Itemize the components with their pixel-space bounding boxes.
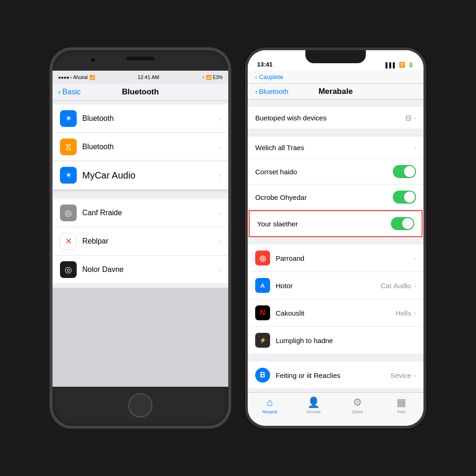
chevron-icon-2: ›: [218, 143, 221, 151]
back-button-right[interactable]: ‹ Bluetooth: [255, 87, 288, 95]
left-phone: ●●●●○ Ahuiral 📶 12:41 AM ↑ 📶 E3% ‹ Basic…: [50, 47, 231, 429]
left-nav-bar: ‹ Basic Bluetooth: [53, 84, 228, 101]
ocrobe-toggle[interactable]: [393, 191, 416, 204]
cakouslit-chevron: ›: [414, 310, 416, 317]
nav-title-right: Merabale: [318, 87, 353, 96]
gap-apps: [248, 237, 423, 245]
row-nolor-davne[interactable]: ◎ Nolor Davne ›: [53, 256, 228, 284]
canf-label: Canf Rraide: [82, 209, 218, 217]
row-bluetooth-2[interactable]: ⧖ Bluetooth ›: [53, 133, 228, 161]
feiting-chevron: ›: [414, 372, 416, 379]
row-reblpar[interactable]: ✕ Reblpar ›: [53, 227, 228, 256]
row-your-slaether[interactable]: Your slaether: [249, 210, 423, 237]
back-label-left: Basic: [62, 88, 80, 96]
status-icons-right: ▌▌▌ 🛜 🔋: [386, 62, 414, 68]
time-right: 13:41: [257, 61, 272, 68]
feiting-icon: B: [255, 368, 270, 383]
row-parroand[interactable]: ◎ Parroand ›: [248, 245, 423, 272]
gap-top: [248, 99, 423, 107]
row-ocrobe[interactable]: Ocrobe Ohyedar: [248, 185, 423, 210]
tab-mounte[interactable]: 👤 Mounte: [292, 397, 336, 414]
wifi-icon-right: 🛜: [399, 62, 405, 68]
tab-pain[interactable]: ▦ Pain: [380, 397, 424, 414]
ocrobe-label: Ocrobe Ohyedar: [255, 193, 393, 201]
row-cakouslit[interactable]: N Cakouslit Hells ›: [248, 299, 423, 327]
chevron-icon-5: ›: [218, 238, 221, 245]
hotor-chevron: ›: [414, 282, 416, 289]
row-corrset[interactable]: Corrset haido: [248, 159, 423, 185]
battery-info: ↑ 📶 E3%: [202, 75, 223, 80]
settings-section-left: ✶ Bluetooth › ⧖ Bluetooth › ✶ MyCar Audi…: [53, 101, 228, 288]
home-button[interactable]: [128, 393, 152, 417]
mycar-icon: ✶: [60, 167, 77, 184]
speaker-top: [126, 57, 154, 60]
tab-reupott[interactable]: ⌂ Reupott: [248, 397, 292, 414]
chevron-icon-4: ›: [218, 209, 221, 217]
feiting-label: Feiting or iit Reaclies: [276, 371, 390, 379]
cakouslit-icon: N: [255, 305, 270, 320]
parroand-icon: ◎: [255, 251, 270, 265]
sub-chevron-icon: ‹: [255, 73, 257, 80]
sub-nav-right: ‹ Cauplete: [248, 71, 423, 84]
parroand-label: Parroand: [276, 254, 414, 262]
mounte-tab-label: Mounte: [307, 410, 321, 414]
daice-tab-label: Daice: [352, 410, 363, 414]
buetoped-chevron: ›: [414, 114, 416, 121]
battery-text: E3%: [213, 75, 223, 80]
lumpligh-icon: ⚡: [255, 333, 270, 348]
hotor-icon: A: [255, 278, 270, 293]
tab-bar-right: ⌂ Reupott 👤 Mounte ⚙ Daice ▦ Pain: [248, 392, 423, 426]
buetoped-icon: ⊟: [405, 113, 411, 122]
back-chevron-right: ‹: [255, 87, 258, 95]
lumpligh-label: Lumpligh to hadne: [276, 337, 416, 344]
back-button-left[interactable]: ‹ Basic: [58, 88, 80, 96]
nav-title-left: Bluetooth: [122, 87, 159, 97]
right-nav-bar: ‹ Bluetooth Merabale: [248, 84, 423, 99]
right-phone: 13:41 ▌▌▌ 🛜 🔋 ‹ Cauplete ‹ Bluetooth Mer…: [245, 47, 426, 429]
cakouslit-label: Cakouslit: [276, 309, 396, 317]
right-content: Buetoped wish devices ⊟ › Welich all Tra…: [248, 99, 423, 414]
carrier-text: ●●●●○ Ahuiral: [58, 75, 88, 80]
row-canf-rraide[interactable]: ◎ Canf Rraide ›: [53, 199, 228, 227]
bluetooth-label-2: Bluetooth: [82, 143, 218, 151]
sub-nav-back-label: Cauplete: [259, 73, 283, 80]
bluetooth-icon-1: ✶: [60, 110, 77, 127]
reblpar-label: Reblpar: [82, 237, 218, 245]
row-lumpligh[interactable]: ⚡ Lumpligh to hadne: [248, 327, 423, 354]
row-bluetooth-1[interactable]: ✶ Bluetooth ›: [53, 105, 228, 133]
bluetooth-icon-2: ⧖: [60, 139, 77, 155]
chevron-icon-3: ›: [218, 172, 221, 179]
wifi-icon: 📶: [89, 75, 95, 80]
corrset-label: Corrset haido: [255, 168, 393, 176]
chevron-icon-6: ›: [218, 266, 221, 273]
left-screen: ●●●●○ Ahuiral 📶 12:41 AM ↑ 📶 E3% ‹ Basic…: [53, 71, 228, 387]
buetoped-label: Buetoped wish devices: [255, 114, 405, 122]
row-welich[interactable]: Welich all Traes ›: [248, 137, 423, 159]
gap-settings: [248, 129, 423, 137]
chevron-icon-1: ›: [218, 115, 221, 122]
mounte-tab-icon: 👤: [307, 397, 320, 409]
your-slaether-toggle[interactable]: [391, 217, 414, 230]
chevron-left-icon: ‹: [58, 88, 60, 96]
notch: [305, 50, 366, 63]
tab-daice[interactable]: ⚙ Daice: [336, 397, 380, 414]
row-buetoped[interactable]: Buetoped wish devices ⊟ ›: [248, 107, 423, 129]
section-gap-1: [53, 190, 228, 199]
battery-icon-right: 🔋: [408, 62, 414, 68]
corrset-toggle[interactable]: [393, 165, 416, 178]
mycar-label: MyCar Audio: [82, 170, 218, 181]
home-tab-label: Reupott: [262, 410, 277, 414]
row-feiting[interactable]: B Feiting or iit Reaclies Sevice ›: [248, 362, 423, 389]
feiting-value: Sevice: [390, 371, 411, 379]
your-slaether-label: Your slaether: [257, 220, 391, 228]
pain-tab-icon: ▦: [397, 397, 406, 409]
row-mycar-audio[interactable]: ✶ MyCar Audio ›: [53, 161, 228, 190]
front-camera: [90, 57, 96, 63]
welich-chevron: ›: [414, 144, 416, 151]
bluetooth-label-1: Bluetooth: [82, 114, 218, 123]
row-hotor[interactable]: A Hotor Car Audio ›: [248, 272, 423, 299]
pain-tab-label: Pain: [397, 410, 406, 414]
reblpar-icon: ✕: [60, 233, 77, 250]
time-display: 12:41 AM: [138, 74, 159, 80]
signal-icon: ▌▌▌: [386, 62, 397, 68]
